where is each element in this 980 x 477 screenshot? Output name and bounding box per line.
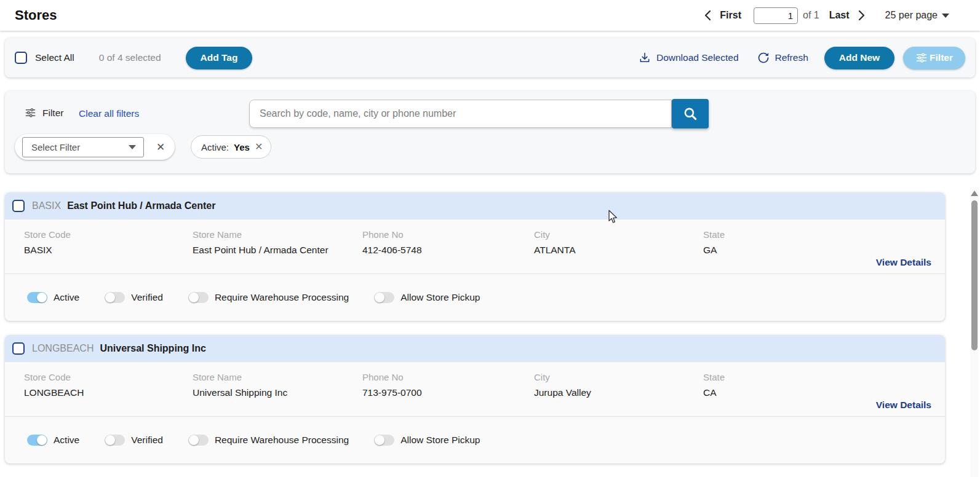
per-page-label: 25 per page xyxy=(885,10,938,21)
filter-sliders-icon xyxy=(25,107,36,119)
toggle-knob xyxy=(37,293,47,302)
view-details-link[interactable]: View Details xyxy=(876,257,931,267)
download-selected-button[interactable]: Download Selected xyxy=(639,52,739,64)
toggle-label: Active xyxy=(54,292,79,303)
toggle-knob xyxy=(375,435,384,445)
field-label: Phone No xyxy=(362,372,534,382)
active-chip-label: Active: xyxy=(201,142,229,152)
per-page-selector[interactable]: 25 per page xyxy=(885,10,949,21)
require-warehouse-processing-toggle-item: Require Warehouse Processing xyxy=(188,435,349,446)
previous-page-icon[interactable] xyxy=(700,7,716,23)
require-warehouse-processing-toggle[interactable] xyxy=(188,435,209,446)
verified-toggle-item: Verified xyxy=(105,435,163,446)
search-group xyxy=(249,100,709,128)
phone-field: Phone No 713-975-0700 xyxy=(362,372,534,398)
city-field: City ATLANTA xyxy=(534,229,703,256)
phone-field: Phone No 412-406-5748 xyxy=(362,229,534,256)
store-card: BASIX East Point Hub / Armada Center Sto… xyxy=(5,192,945,321)
select-all-checkbox[interactable] xyxy=(15,52,27,64)
field-value: 713-975-0700 xyxy=(362,387,534,398)
store-code-header: BASIX xyxy=(32,200,61,211)
field-value: Jurupa Valley xyxy=(534,387,703,398)
store-code-field: Store Code BASIX xyxy=(24,229,193,256)
field-value: 412-406-5748 xyxy=(362,245,534,256)
active-filter-chip: Active: Yes ✕ xyxy=(191,135,271,159)
refresh-icon xyxy=(757,52,770,64)
active-toggle[interactable] xyxy=(27,435,47,446)
allow-store-pickup-toggle[interactable] xyxy=(374,435,394,446)
field-label: City xyxy=(534,229,703,240)
toggle-label: Require Warehouse Processing xyxy=(215,435,349,446)
field-value: Universal Shipping Inc xyxy=(193,387,362,398)
toggle-label: Allow Store Pickup xyxy=(400,292,480,303)
field-value: BASIX xyxy=(24,245,193,256)
require-warehouse-processing-toggle-item: Require Warehouse Processing xyxy=(188,292,349,303)
clear-all-filters-link[interactable]: Clear all filters xyxy=(79,108,139,119)
filter-sliders-icon xyxy=(915,52,928,64)
store-name-header: East Point Hub / Armada Center xyxy=(67,200,215,211)
field-value: East Point Hub / Armada Center xyxy=(193,245,362,256)
refresh-button[interactable]: Refresh xyxy=(757,52,808,64)
require-warehouse-processing-toggle[interactable] xyxy=(188,292,209,303)
store-checkbox[interactable] xyxy=(12,342,25,355)
state-field: State CA xyxy=(703,372,945,398)
pagination: First of 1 Last 25 per page xyxy=(700,7,949,24)
city-field: City Jurupa Valley xyxy=(534,372,703,398)
store-checkbox[interactable] xyxy=(12,200,25,212)
store-card-header[interactable]: LONGBEACH Universal Shipping Inc xyxy=(5,335,945,362)
search-button[interactable] xyxy=(672,99,709,128)
remove-filter-icon[interactable]: ✕ xyxy=(156,142,165,152)
view-details-row: View Details xyxy=(5,256,945,274)
allow-store-pickup-toggle[interactable] xyxy=(374,292,394,303)
toggle-knob xyxy=(189,293,199,302)
verified-toggle[interactable] xyxy=(105,435,125,446)
verified-toggle[interactable] xyxy=(105,292,125,303)
store-name-header: Universal Shipping Inc xyxy=(100,343,205,354)
add-tag-button[interactable]: Add Tag xyxy=(186,47,253,69)
store-card: LONGBEACH Universal Shipping Inc Store C… xyxy=(5,335,945,463)
download-icon xyxy=(639,52,651,64)
toggle-label: Active xyxy=(54,435,79,446)
field-label: Phone No xyxy=(362,229,534,240)
remove-active-chip-icon[interactable]: ✕ xyxy=(255,142,263,152)
store-details-grid: Store Code BASIX Store Name East Point H… xyxy=(5,219,945,256)
filter-toggle-button[interactable]: Filter xyxy=(903,47,965,69)
store-code-header: LONGBEACH xyxy=(32,343,94,354)
active-toggle[interactable] xyxy=(27,292,47,303)
store-toggles: Active Verified Require Warehouse Proces… xyxy=(5,274,945,321)
store-name-field: Store Name Universal Shipping Inc xyxy=(193,372,362,398)
last-page-button[interactable]: Last xyxy=(829,10,850,21)
filter-button-label: Filter xyxy=(930,52,953,63)
store-details-grid: Store Code LONGBEACH Store Name Universa… xyxy=(5,362,945,398)
view-details-link[interactable]: View Details xyxy=(876,400,931,410)
filter-panel: Filter Clear all filters Select Filter ✕… xyxy=(5,91,975,173)
page-number-input[interactable] xyxy=(754,7,798,24)
refresh-label: Refresh xyxy=(775,52,808,63)
toggle-knob xyxy=(375,293,384,302)
active-toggle-item: Active xyxy=(27,292,79,303)
toggle-knob xyxy=(105,435,115,445)
vertical-scrollbar[interactable] xyxy=(970,187,978,477)
filter-title-label: Filter xyxy=(42,108,63,119)
filter-select-pill: Select Filter ✕ xyxy=(15,134,175,160)
toggle-knob xyxy=(105,293,115,302)
page-count-label: of 1 xyxy=(803,10,819,21)
store-card-header[interactable]: BASIX East Point Hub / Armada Center xyxy=(5,192,945,219)
next-page-icon[interactable] xyxy=(853,7,869,23)
field-label: City xyxy=(534,372,703,382)
toggle-knob xyxy=(189,435,199,445)
scrollbar-thumb[interactable] xyxy=(971,200,978,350)
state-field: State GA xyxy=(703,229,945,256)
store-list: BASIX East Point Hub / Armada Center Sto… xyxy=(5,192,945,463)
toggle-label: Require Warehouse Processing xyxy=(215,292,349,303)
select-filter-placeholder: Select Filter xyxy=(31,142,80,152)
field-label: Store Name xyxy=(193,229,362,240)
active-toggle-item: Active xyxy=(27,435,79,446)
search-input[interactable] xyxy=(249,100,672,128)
select-filter-dropdown[interactable]: Select Filter xyxy=(22,137,144,157)
add-new-button[interactable]: Add New xyxy=(824,47,894,69)
scroll-up-icon[interactable] xyxy=(971,191,978,196)
filter-panel-title: Filter xyxy=(25,107,63,119)
first-page-button[interactable]: First xyxy=(720,10,741,21)
field-label: Store Code xyxy=(24,229,193,240)
